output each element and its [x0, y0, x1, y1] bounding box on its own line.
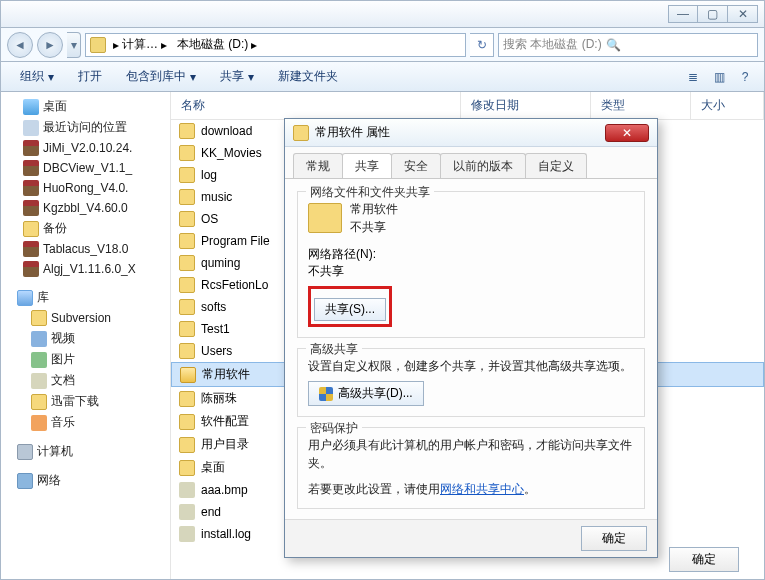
search-placeholder: 搜索 本地磁盘 (D:): [503, 36, 602, 53]
desktop-icon: [23, 99, 39, 115]
file-name: 桌面: [201, 459, 225, 476]
dialog-ok-button[interactable]: 确定: [581, 526, 647, 551]
tree-item-icon: [31, 352, 47, 368]
network-center-link[interactable]: 网络和共享中心: [440, 482, 524, 496]
file-icon: [179, 343, 195, 359]
file-name: quming: [201, 256, 240, 270]
tree-item[interactable]: 文档: [9, 370, 170, 391]
tree-item-label: HuoRong_V4.0.: [43, 181, 128, 195]
tree-item-icon: [23, 241, 39, 257]
open-button[interactable]: 打开: [67, 63, 113, 90]
col-name[interactable]: 名称: [171, 92, 461, 119]
minimize-button[interactable]: —: [668, 5, 698, 23]
tree-library[interactable]: 库: [9, 287, 170, 308]
tree-item-icon: [23, 221, 39, 237]
dialog-tab[interactable]: 共享: [342, 153, 392, 178]
dialog-body: 网络文件和文件夹共享 常用软件 不共享 网络路径(N): 不共享 共享(S)..…: [285, 179, 657, 519]
file-icon: [179, 299, 195, 315]
share-button[interactable]: 共享▾: [209, 63, 265, 90]
outer-ok-area: 确定: [669, 547, 739, 572]
advanced-share-button[interactable]: 高级共享(D)...: [308, 381, 424, 406]
help-icon[interactable]: ?: [734, 66, 756, 88]
dialog-tab[interactable]: 常规: [293, 153, 343, 178]
file-name: OS: [201, 212, 218, 226]
file-icon: [179, 211, 195, 227]
dialog-tab[interactable]: 安全: [391, 153, 441, 178]
tree-item[interactable]: Kgzbbl_V4.60.0: [1, 198, 170, 218]
tree-item-icon: [23, 140, 39, 156]
tree-item-label: 图片: [51, 351, 75, 368]
col-size[interactable]: 大小: [691, 92, 764, 119]
close-button[interactable]: ✕: [728, 5, 758, 23]
dialog-buttons: 确定: [285, 519, 657, 557]
col-date[interactable]: 修改日期: [461, 92, 591, 119]
tree-network[interactable]: 网络: [9, 470, 170, 491]
include-in-library-button[interactable]: 包含到库中▾: [115, 63, 207, 90]
breadcrumb[interactable]: ▸计算…▸ 本地磁盘 (D:)▸: [85, 33, 466, 57]
file-name: KK_Movies: [201, 146, 262, 160]
tree-item[interactable]: Tablacus_V18.0: [1, 239, 170, 259]
file-icon: [179, 526, 195, 542]
tree-item-label: Algj_V1.11.6.0_X: [43, 262, 136, 276]
search-input[interactable]: 搜索 本地磁盘 (D:) 🔍: [498, 33, 758, 57]
tree-desktop[interactable]: 桌面: [1, 96, 170, 117]
refresh-button[interactable]: ↻: [470, 33, 494, 57]
address-bar: ◄ ► ▾ ▸计算…▸ 本地磁盘 (D:)▸ ↻ 搜索 本地磁盘 (D:) 🔍: [0, 28, 765, 62]
preview-pane-icon[interactable]: ▥: [708, 66, 730, 88]
tree-computer[interactable]: 计算机: [9, 441, 170, 462]
highlight-box: 共享(S)...: [308, 286, 392, 327]
tree-item-icon: [31, 415, 47, 431]
password-line2a: 若要更改此设置，请使用: [308, 482, 440, 496]
group-title: 网络文件和文件夹共享: [306, 184, 434, 201]
tree-item-label: Kgzbbl_V4.60.0: [43, 201, 128, 215]
tree-item[interactable]: JiMi_V2.0.10.24.: [1, 138, 170, 158]
file-icon: [179, 482, 195, 498]
file-name: 用户目录: [201, 436, 249, 453]
dialog-titlebar: 常用软件 属性 ✕: [285, 119, 657, 147]
properties-dialog: 常用软件 属性 ✕ 常规共享安全以前的版本自定义 网络文件和文件夹共享 常用软件…: [284, 118, 658, 558]
tree-item[interactable]: Subversion: [9, 308, 170, 328]
maximize-button[interactable]: ▢: [698, 5, 728, 23]
network-icon: [17, 473, 33, 489]
group-title: 密码保护: [306, 420, 362, 437]
share-button[interactable]: 共享(S)...: [314, 298, 386, 321]
tree-item[interactable]: DBCView_V1.1_: [1, 158, 170, 178]
tree-item[interactable]: 音乐: [9, 412, 170, 433]
tree-recent[interactable]: 最近访问的位置: [1, 117, 170, 138]
advanced-share-group: 高级共享 设置自定义权限，创建多个共享，并设置其他高级共享选项。 高级共享(D)…: [297, 348, 645, 417]
new-folder-button[interactable]: 新建文件夹: [267, 63, 349, 90]
tree-item[interactable]: 迅雷下载: [9, 391, 170, 412]
file-name: Program File: [201, 234, 270, 248]
tree-item[interactable]: Algj_V1.11.6.0_X: [1, 259, 170, 279]
dialog-tab[interactable]: 以前的版本: [440, 153, 526, 178]
shield-icon: [319, 387, 333, 401]
tree-item-label: 备份: [43, 220, 67, 237]
file-icon: [179, 123, 195, 139]
nav-history-button[interactable]: ▾: [67, 32, 81, 58]
organize-button[interactable]: 组织▾: [9, 63, 65, 90]
file-icon: [179, 255, 195, 271]
tree-item-label: Subversion: [51, 311, 111, 325]
dialog-close-button[interactable]: ✕: [605, 124, 649, 142]
password-line2b: 。: [524, 482, 536, 496]
tree-item[interactable]: 图片: [9, 349, 170, 370]
nav-forward-button[interactable]: ►: [37, 32, 63, 58]
window-titlebar: — ▢ ✕: [0, 0, 765, 28]
tree-item[interactable]: 备份: [1, 218, 170, 239]
file-icon: [179, 233, 195, 249]
breadcrumb-seg[interactable]: 本地磁盘 (D:)▸: [174, 34, 260, 55]
file-icon: [179, 414, 195, 430]
tree-item[interactable]: 视频: [9, 328, 170, 349]
view-options-icon[interactable]: ≣: [682, 66, 704, 88]
breadcrumb-seg[interactable]: ▸计算…▸: [110, 34, 170, 55]
outer-ok-button[interactable]: 确定: [669, 547, 739, 572]
nav-back-button[interactable]: ◄: [7, 32, 33, 58]
share-state: 不共享: [350, 218, 398, 236]
dialog-tab[interactable]: 自定义: [525, 153, 587, 178]
tree-item-label: DBCView_V1.1_: [43, 161, 132, 175]
col-type[interactable]: 类型: [591, 92, 691, 119]
password-desc: 用户必须具有此计算机的用户帐户和密码，才能访问共享文件夹。: [308, 436, 634, 472]
tree-item-icon: [23, 200, 39, 216]
tree-item-icon: [31, 394, 47, 410]
tree-item[interactable]: HuoRong_V4.0.: [1, 178, 170, 198]
